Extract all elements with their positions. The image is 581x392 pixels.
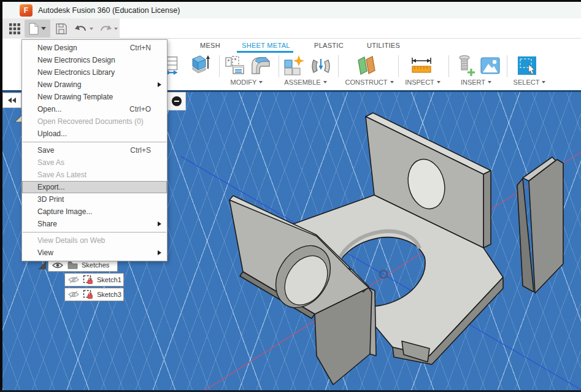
menu-item-share[interactable]: Share (22, 218, 167, 230)
window-title: Autodesk Fusion 360 (Education License) (38, 6, 180, 15)
menu-item-new-electronics-design[interactable]: New Electronics Design (22, 54, 167, 66)
group-select-label: SELECT (514, 79, 540, 86)
window-border-left (0, 0, 2, 392)
sketch-icon (83, 290, 93, 300)
bend-icon[interactable] (249, 53, 272, 78)
insert-fastener-icon[interactable] (454, 53, 477, 78)
group-select[interactable]: SELECT (508, 78, 551, 86)
shortcut: Ctrl+N (130, 44, 151, 52)
thicken-icon[interactable] (188, 53, 211, 78)
active-tab-underline (237, 51, 293, 53)
eye-visible-icon[interactable] (52, 262, 63, 269)
chevron-down-icon (542, 81, 545, 83)
menu-item-3d-print[interactable]: 3D Print (22, 193, 167, 206)
menu-item-view[interactable]: View (22, 247, 167, 259)
redo-icon[interactable] (98, 23, 119, 35)
ribbon-separator (507, 55, 507, 77)
right-tab-face (529, 159, 563, 293)
minus-icon (172, 96, 182, 106)
joint-icon[interactable] (309, 53, 333, 78)
browser-item-sketch1[interactable]: Sketch1 (64, 273, 124, 286)
group-assemble-label: ASSEMBLE (284, 79, 320, 86)
undo-caret-icon (90, 28, 93, 30)
ribbon-separator (448, 55, 449, 77)
collapse-minus-button[interactable] (167, 92, 186, 110)
app-grid-icon[interactable] (8, 23, 21, 35)
right-flange-side (483, 171, 491, 248)
save-icon[interactable] (54, 22, 69, 36)
ribbon-separator (398, 55, 399, 77)
folder-icon (67, 261, 78, 269)
ribbon-separator (279, 55, 279, 77)
group-modify-label: MODIFY (231, 79, 257, 86)
menu-item-save[interactable]: Save Ctrl+S (22, 144, 167, 156)
tab-sheet-metal[interactable]: SHEET METAL (242, 42, 290, 49)
title-bar: F Autodesk Fusion 360 (Education License… (2, 2, 581, 18)
eye-hidden-icon[interactable] (68, 276, 79, 283)
chevron-down-icon (390, 81, 394, 83)
menu-item-new-drawing-template[interactable]: New Drawing Template (22, 91, 167, 103)
submenu-arrow-icon (158, 82, 161, 87)
sheet-metal-model[interactable] (229, 113, 563, 385)
menu-item-new-drawing[interactable]: New Drawing (22, 79, 167, 91)
double-left-arrow-icon (8, 98, 17, 103)
group-assemble[interactable]: ASSEMBLE (280, 78, 331, 86)
ribbon-separator (338, 55, 339, 77)
redo-caret-icon (114, 28, 118, 30)
chevron-down-icon (323, 81, 327, 83)
chevron-down-icon (488, 81, 491, 83)
menu-item-save-as-latest: Save As Latest (22, 169, 167, 181)
chevron-down-icon (259, 81, 263, 83)
file-icon (29, 23, 39, 35)
tab-mesh[interactable]: MESH (200, 42, 220, 49)
undo-icon[interactable] (74, 23, 94, 35)
sketches-expand-icon[interactable] (37, 260, 47, 270)
window-border-top (0, 0, 581, 2)
chevron-down-icon (437, 81, 441, 83)
menu-item-export[interactable]: Export... (22, 181, 167, 193)
menu-item-save-as: Save As (22, 156, 167, 169)
browser-item-sketch3[interactable]: Sketch3 (64, 288, 124, 301)
group-insert-label: INSERT (461, 79, 485, 86)
sketch-label: Sketch3 (97, 291, 121, 298)
menu-item-new-electronics-library[interactable]: New Electronics Library (22, 66, 167, 79)
submenu-arrow-icon (158, 221, 161, 226)
menu-item-capture-image[interactable]: Capture Image... (22, 206, 167, 218)
new-component-icon[interactable] (282, 53, 306, 78)
group-inspect-label: INSPECT (405, 79, 434, 86)
file-menu-button[interactable] (25, 20, 50, 37)
sketch-label: Sketch1 (97, 276, 121, 283)
submenu-arrow-icon (158, 250, 161, 255)
group-construct[interactable]: CONSTRUCT (341, 78, 398, 86)
eye-hidden-icon[interactable] (68, 291, 79, 298)
shortcut: Ctrl+O (129, 105, 151, 113)
menu-item-open[interactable]: Open... Ctrl+O (22, 103, 167, 115)
menu-separator (23, 232, 166, 233)
quick-access-toolbar: Unt (2, 18, 581, 39)
shortcut: Ctrl+S (130, 146, 151, 155)
tab-plastic[interactable]: PLASTIC (314, 42, 344, 49)
menu-item-view-details-on-web: View Details on Web (22, 234, 167, 247)
menu-item-new-design[interactable]: New Design Ctrl+N (22, 42, 167, 54)
file-menu-dropdown: New Design Ctrl+N New Electronics Design… (21, 39, 167, 261)
group-modify[interactable]: MODIFY (227, 78, 266, 86)
folder-label: Sketches (82, 261, 109, 269)
browser-collapse-button[interactable] (2, 93, 21, 108)
group-construct-label: CONSTRUCT (345, 79, 387, 86)
menu-separator (23, 142, 166, 142)
group-inspect[interactable]: INSPECT (401, 78, 444, 86)
file-menu-caret-icon (41, 27, 46, 30)
construction-plane-icon[interactable] (355, 53, 378, 78)
tab-utilities[interactable]: UTILITIES (367, 42, 400, 49)
fusion-logo-icon: F (20, 4, 33, 17)
menu-item-open-recovered-documents: Open Recovered Documents (0) (22, 115, 167, 128)
menu-item-upload[interactable]: Upload... (22, 128, 167, 140)
unfold-icon[interactable] (223, 53, 247, 78)
canvas-icon[interactable] (479, 53, 502, 78)
measure-icon[interactable] (410, 53, 433, 78)
ribbon-separator (219, 55, 220, 77)
group-insert[interactable]: INSERT (455, 78, 497, 86)
select-window-icon[interactable] (515, 53, 539, 78)
sketch-icon (83, 275, 93, 285)
